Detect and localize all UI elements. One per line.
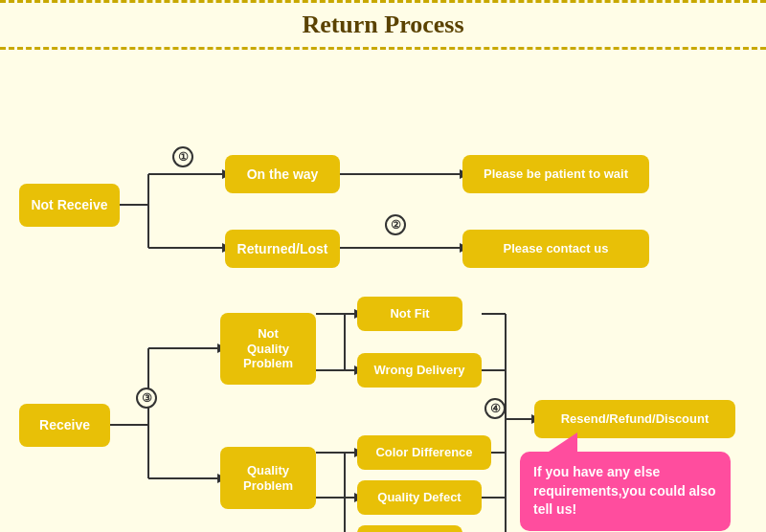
color-difference-box: Color Difference: [357, 435, 491, 470]
please-contact-box: Please contact us: [462, 230, 649, 268]
quality-problem-box: Quality Problem: [220, 447, 316, 509]
please-wait-box: Please be patient to wait: [462, 155, 649, 193]
returned-lost-box: Returned/Lost: [225, 230, 340, 268]
quality-defect-box: Quality Defect: [357, 480, 482, 515]
marker-4: ④: [484, 398, 506, 419]
speech-bubble: If you have any else requirements,you co…: [520, 452, 731, 531]
not-quality-box: Not Quality Problem: [220, 313, 316, 385]
marker-1: ①: [172, 146, 193, 167]
diagram: Not Receive On the way Returned/Lost Ple…: [0, 59, 766, 532]
header: Return Process: [0, 0, 766, 50]
not-fit-box: Not Fit: [357, 297, 462, 331]
not-receive-box: Not Receive: [19, 184, 120, 227]
damage-box: Damage: [357, 525, 462, 532]
page-title: Return Process: [0, 11, 766, 39]
wrong-delivery-box: Wrong Delivery: [357, 353, 482, 388]
marker-3: ③: [136, 388, 157, 409]
marker-2: ②: [385, 214, 406, 235]
receive-box: Receive: [19, 404, 110, 447]
on-the-way-box: On the way: [225, 155, 340, 193]
